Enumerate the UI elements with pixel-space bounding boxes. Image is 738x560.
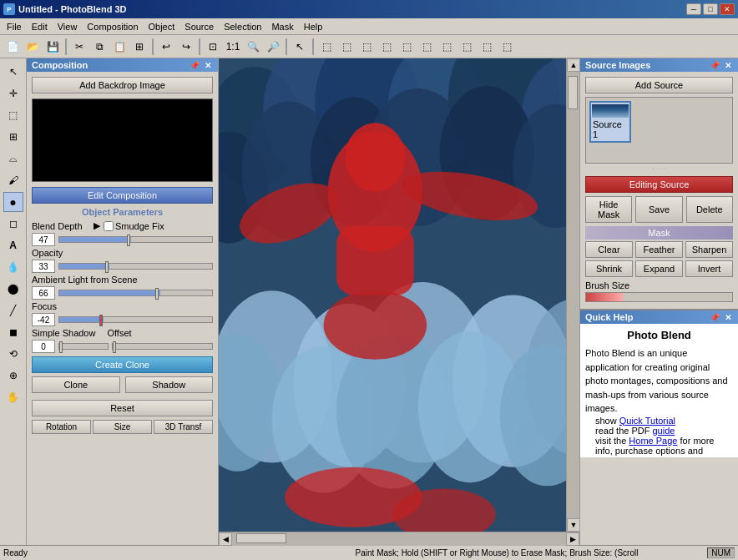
tool-2-icon[interactable]: ⬚ xyxy=(337,38,356,56)
focus-track[interactable] xyxy=(58,316,213,323)
tool-4-icon[interactable]: ⬚ xyxy=(377,38,396,56)
focus-value[interactable]: -42 xyxy=(32,313,55,326)
offset-track[interactable] xyxy=(112,343,213,350)
main-canvas[interactable] xyxy=(219,58,566,532)
home-page-link[interactable]: Home Page xyxy=(629,436,677,446)
menu-view[interactable]: View xyxy=(53,20,83,33)
scroll-thumb-v[interactable] xyxy=(568,76,578,109)
brush-size-slider[interactable] xyxy=(585,292,733,302)
lt-zoom-tool[interactable]: ⊕ xyxy=(3,366,23,386)
open-file-icon[interactable]: 📂 xyxy=(23,38,42,56)
copy-icon[interactable]: ⧉ xyxy=(90,38,109,56)
lt-lasso-tool[interactable]: ⌓ xyxy=(3,149,23,169)
source-panel-close[interactable]: ✕ xyxy=(723,61,733,70)
source-panel-pin[interactable]: 📌 xyxy=(708,61,721,70)
lt-move-tool[interactable]: ✛ xyxy=(3,83,23,103)
sharpen-button[interactable]: Sharpen xyxy=(685,241,733,258)
rotation-tab[interactable]: Rotation xyxy=(32,420,91,434)
tool-6-icon[interactable]: ⬚ xyxy=(417,38,436,56)
opacity-track[interactable] xyxy=(58,263,213,270)
scroll-thumb-h[interactable] xyxy=(236,533,286,543)
panel-close-button[interactable]: ✕ xyxy=(203,61,213,70)
scroll-track-v[interactable] xyxy=(567,72,579,518)
scroll-left-button[interactable]: ◀ xyxy=(219,532,232,546)
menu-mask[interactable]: Mask xyxy=(266,20,298,33)
lt-erase-tool[interactable]: ◻ xyxy=(3,214,23,234)
expand-button[interactable]: Expand xyxy=(635,260,683,277)
add-backdrop-button[interactable]: Add Backdrop Image xyxy=(32,77,213,93)
scroll-up-button[interactable]: ▲ xyxy=(567,58,579,72)
lt-line-tool[interactable]: ╱ xyxy=(3,300,23,320)
zoom-fit-icon[interactable]: ⊡ xyxy=(204,38,222,56)
zoom-out-icon[interactable]: 🔎 xyxy=(264,38,282,56)
tool-7-icon[interactable]: ⬚ xyxy=(437,38,456,56)
menu-file[interactable]: File xyxy=(2,20,27,33)
tool-1-icon[interactable]: ⬚ xyxy=(317,38,336,56)
delete-button[interactable]: Delete xyxy=(686,196,733,223)
tool-9-icon[interactable]: ⬚ xyxy=(478,38,496,56)
blend-depth-value[interactable]: 47 xyxy=(32,233,55,246)
lt-crop-tool[interactable]: ⊞ xyxy=(3,127,23,147)
menu-composition[interactable]: Composition xyxy=(82,20,143,33)
lt-select-tool[interactable]: ⬚ xyxy=(3,105,23,125)
menu-edit[interactable]: Edit xyxy=(27,20,53,33)
close-button[interactable]: ✕ xyxy=(720,3,735,15)
lt-hand-tool[interactable]: ✋ xyxy=(3,387,23,407)
save-file-icon[interactable]: 💾 xyxy=(43,38,62,56)
lt-fill-tool[interactable]: ⬤ xyxy=(3,279,23,299)
opacity-value[interactable]: 33 xyxy=(32,260,55,273)
invert-button[interactable]: Invert xyxy=(685,260,733,277)
menu-selection[interactable]: Selection xyxy=(219,20,266,33)
scroll-right-button[interactable]: ▶ xyxy=(566,532,579,546)
zoom-1-icon[interactable]: 1:1 xyxy=(224,38,242,56)
shrink-button[interactable]: Shrink xyxy=(585,260,633,277)
qh-panel-close[interactable]: ✕ xyxy=(723,313,733,322)
scroll-track-h[interactable] xyxy=(232,532,566,546)
menu-help[interactable]: Help xyxy=(299,20,328,33)
horizontal-scrollbar[interactable]: ◀ ▶ xyxy=(219,532,579,545)
new-file-icon[interactable]: 📄 xyxy=(3,38,22,56)
vertical-scrollbar[interactable]: ▲ ▼ xyxy=(566,58,579,532)
lt-paint-tool[interactable]: 🖌 xyxy=(3,170,23,190)
tool-3-icon[interactable]: ⬚ xyxy=(357,38,376,56)
zoom-in-icon[interactable]: 🔍 xyxy=(244,38,262,56)
edit-composition-button[interactable]: Edit Composition xyxy=(32,187,213,204)
save-button[interactable]: Save xyxy=(635,196,682,223)
ambient-value[interactable]: 66 xyxy=(32,286,55,300)
shadow-value[interactable]: 0 xyxy=(32,340,55,353)
guide-link[interactable]: guide xyxy=(652,426,675,436)
quick-tutorial-link[interactable]: Quick Tutorial xyxy=(619,416,675,426)
toolbar-icon-4[interactable]: ⊞ xyxy=(130,38,149,56)
clear-button[interactable]: Clear xyxy=(585,241,633,258)
create-clone-button[interactable]: Create Clone xyxy=(32,356,213,373)
undo-icon[interactable]: ↩ xyxy=(157,38,175,56)
tool-10-icon[interactable]: ⬚ xyxy=(498,38,516,56)
lt-text-tool[interactable]: A xyxy=(3,235,23,255)
tool-8-icon[interactable]: ⬚ xyxy=(457,38,476,56)
smudge-fix-checkbox[interactable] xyxy=(104,221,114,231)
paste-icon[interactable]: 📋 xyxy=(110,38,129,56)
add-source-button[interactable]: Add Source xyxy=(585,77,733,93)
menu-source[interactable]: Source xyxy=(179,20,219,33)
cut-icon[interactable]: ✂ xyxy=(70,38,88,56)
source-1-thumb[interactable]: Source 1 xyxy=(589,101,631,143)
lt-shape-tool[interactable]: ◼ xyxy=(3,322,23,342)
blend-depth-track[interactable] xyxy=(58,236,213,243)
feather-button[interactable]: Feather xyxy=(635,241,683,258)
select-tool-icon[interactable]: ↖ xyxy=(291,38,309,56)
clone-button[interactable]: Clone xyxy=(32,376,120,393)
tool-5-icon[interactable]: ⬚ xyxy=(397,38,416,56)
size-tab[interactable]: Size xyxy=(93,420,152,434)
lt-arrow-tool[interactable]: ↖ xyxy=(3,62,23,82)
hide-mask-button[interactable]: Hide Mask xyxy=(585,196,632,223)
shadow-button[interactable]: Shadow xyxy=(125,376,214,393)
maximize-button[interactable]: □ xyxy=(703,3,718,15)
scroll-down-button[interactable]: ▼ xyxy=(567,518,579,532)
shadow-track[interactable] xyxy=(58,343,109,350)
redo-icon[interactable]: ↪ xyxy=(177,38,195,56)
qh-panel-pin[interactable]: 📌 xyxy=(708,313,721,322)
panel-pin-button[interactable]: 📌 xyxy=(188,61,201,70)
lt-brush-tool[interactable]: ● xyxy=(3,192,23,212)
menu-object[interactable]: Object xyxy=(144,20,180,33)
minimize-button[interactable]: ─ xyxy=(686,3,701,15)
